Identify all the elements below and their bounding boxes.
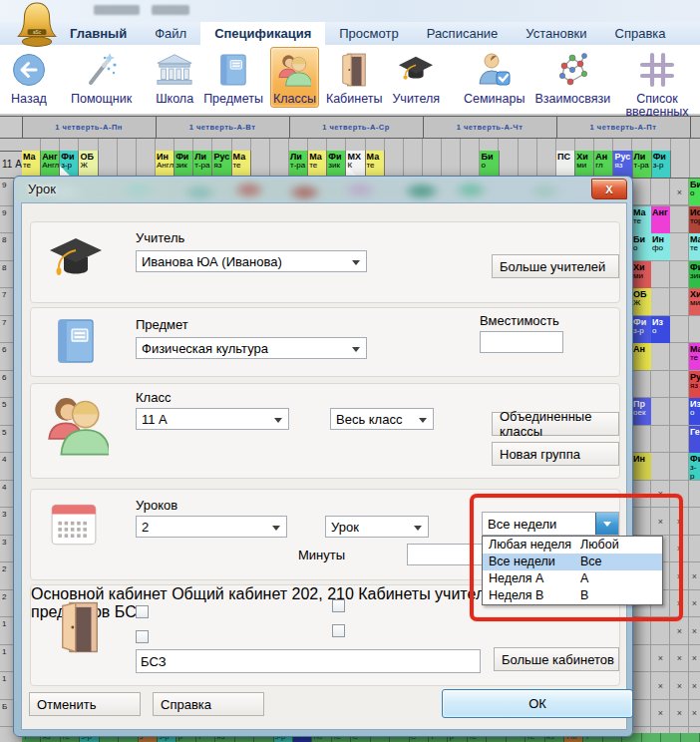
timetable-cell[interactable]: Физ-р xyxy=(652,151,671,178)
timetable-cell[interactable]: Ин xyxy=(632,453,651,480)
timetable-cell[interactable]: Мате xyxy=(22,151,41,178)
timetable-cell[interactable]: Физ-р xyxy=(60,151,79,178)
timetable-cell[interactable]: ОБЖ xyxy=(632,288,651,315)
toolbar-button-subjects[interactable]: Предметы xyxy=(200,47,266,108)
timetable-cell[interactable]: Био xyxy=(689,179,700,205)
subject-rooms-checkbox[interactable] xyxy=(332,624,345,637)
timetable-cell[interactable]: Био xyxy=(632,233,651,260)
toolbar-button-teachers[interactable]: Учителя xyxy=(389,47,443,108)
window-title-fragment xyxy=(94,5,140,15)
timetable-cell[interactable]: Хими xyxy=(575,151,594,178)
menu-tab-schedule[interactable]: Расписание xyxy=(413,22,513,45)
timetable-cell[interactable]: Хими xyxy=(632,261,651,288)
timetable-cell[interactable]: Проек xyxy=(632,398,651,425)
timetable-cell[interactable]: Русяз xyxy=(689,371,700,398)
dialog-titlebar[interactable] xyxy=(15,178,631,202)
menu-tab-help[interactable]: Справка xyxy=(601,22,680,45)
book-icon xyxy=(55,316,97,370)
cancel-button[interactable]: Отменить xyxy=(29,692,141,716)
help-button[interactable]: Справка xyxy=(153,692,264,716)
blocked-cell[interactable]: × xyxy=(689,617,700,644)
timetable-cell[interactable]: Англ xyxy=(594,151,613,178)
shared-room-checkbox[interactable] xyxy=(136,630,149,643)
timetable-cell[interactable] xyxy=(681,733,700,742)
timetable-cell[interactable]: Физик xyxy=(327,151,346,178)
timetable-cell[interactable]: ОБЖ xyxy=(79,151,98,178)
blocked-cell[interactable]: × xyxy=(670,645,689,672)
class-scope-combobox[interactable]: Весь класс xyxy=(330,408,434,430)
subject-combobox[interactable]: Физическая культура xyxy=(136,337,367,359)
blocked-cell[interactable]: × xyxy=(689,562,700,589)
timetable-cell[interactable]: Мате xyxy=(232,151,251,178)
menu-tab-main[interactable]: Главный xyxy=(56,22,141,45)
main-room-checkbox[interactable] xyxy=(136,605,149,618)
timetable-cell[interactable]: Мате xyxy=(632,206,651,233)
toolbar-button-classes[interactable]: Классы xyxy=(270,47,319,108)
more-rooms-button[interactable]: Больше кабинетов xyxy=(494,647,619,671)
blocked-cell[interactable]: × xyxy=(670,179,689,205)
menu-tab-settings[interactable]: Установки xyxy=(512,22,600,45)
blocked-cell[interactable]: × xyxy=(689,700,700,727)
timetable-cell[interactable]: Ан xyxy=(632,343,651,370)
timetable-cell[interactable]: Мате xyxy=(689,343,700,370)
blocked-cell[interactable]: × xyxy=(689,645,700,672)
blocked-cell[interactable]: × xyxy=(670,700,689,727)
timetable-cell[interactable]: Русяз xyxy=(613,151,632,178)
new-group-button[interactable]: Новая группа xyxy=(492,442,619,466)
class-combobox[interactable]: 11 А xyxy=(136,408,289,430)
toolbar-button-school[interactable]: Школа xyxy=(153,47,196,108)
room-input[interactable] xyxy=(136,649,481,673)
close-icon[interactable]: X xyxy=(591,179,627,199)
joined-classes-button[interactable]: Объединенные классы xyxy=(492,412,619,436)
timetable-cell[interactable]: Инфо xyxy=(651,233,670,260)
blocked-cell[interactable]: × xyxy=(689,672,700,699)
timetable-cell[interactable] xyxy=(642,733,661,742)
blocked-cell[interactable]: × xyxy=(670,672,689,699)
timetable-cell[interactable]: Лит-ра xyxy=(193,151,212,178)
timetable-cell[interactable]: Лит-ра xyxy=(289,151,308,178)
blocked-cell[interactable]: × xyxy=(651,700,670,727)
timetable-cell[interactable]: Лит-ра xyxy=(633,151,652,178)
toolbar-button-assistant[interactable]: Помощник xyxy=(68,47,135,108)
timetable-cell[interactable]: Истор xyxy=(689,206,700,233)
menu-tab-specification[interactable]: Спецификация xyxy=(200,22,325,45)
lesson-type-combobox[interactable]: Урок xyxy=(325,516,429,538)
timetable-cell[interactable]: Физик xyxy=(175,151,193,178)
timetable-cell[interactable]: МХК xyxy=(346,151,365,178)
blocked-cell[interactable]: × xyxy=(670,617,689,644)
menu-tab-file[interactable]: Файл xyxy=(141,22,200,45)
lessons-count-combobox[interactable]: 2 xyxy=(136,516,287,538)
more-teachers-button[interactable]: Больше учителей xyxy=(492,254,619,278)
timetable-cell[interactable]: Хими xyxy=(689,288,700,315)
timetable-cell[interactable]: Анг xyxy=(651,206,670,233)
timetable-cell[interactable]: Физ-р xyxy=(689,453,700,480)
capacity-input[interactable] xyxy=(480,331,563,353)
blocked-cell[interactable]: × xyxy=(651,672,670,699)
toolbar-button-seminars[interactable]: Семинары xyxy=(461,47,527,108)
app-logo-bell-icon[interactable]: aSc xyxy=(14,1,60,47)
timetable-cell[interactable]: Изо xyxy=(651,316,670,343)
timetable-cell[interactable]: АнгАнгл xyxy=(41,151,60,178)
teacher-rooms-checkbox[interactable] xyxy=(332,599,345,612)
toolbar-button-relations[interactable]: Взаимосвязи xyxy=(531,47,613,108)
row-label: 6 xyxy=(0,343,13,371)
timetable-cell[interactable]: Мате xyxy=(689,233,700,260)
timetable-cell[interactable]: Мате xyxy=(308,151,327,178)
timetable-cell[interactable]: ИнАнгл xyxy=(156,151,175,178)
menu-tab-view[interactable]: Просмотр xyxy=(325,22,412,45)
timetable-cell[interactable]: Гео xyxy=(689,426,700,453)
blocked-cell[interactable]: × xyxy=(651,645,670,672)
toolbar-button-back[interactable]: Назад xyxy=(8,47,50,108)
timetable-cell[interactable]: Мате xyxy=(366,151,385,178)
timetable-cell[interactable]: ПС xyxy=(556,151,575,178)
blocked-cell[interactable]: × xyxy=(689,590,700,617)
timetable-cell[interactable]: Русяз xyxy=(212,151,231,178)
toolbar-button-rooms[interactable]: Кабинеты xyxy=(323,47,386,108)
timetable-cell[interactable]: Физик xyxy=(689,261,700,288)
teacher-combobox[interactable]: Иванова ЮА (Иванова) xyxy=(136,250,367,272)
timetable-cell[interactable]: Физ-р xyxy=(632,316,651,343)
timetable-cell[interactable]: Изо xyxy=(689,398,700,425)
timetable-cell[interactable] xyxy=(661,733,680,742)
ok-button[interactable]: ОК xyxy=(442,689,633,718)
timetable-cell[interactable]: Био xyxy=(480,151,499,178)
